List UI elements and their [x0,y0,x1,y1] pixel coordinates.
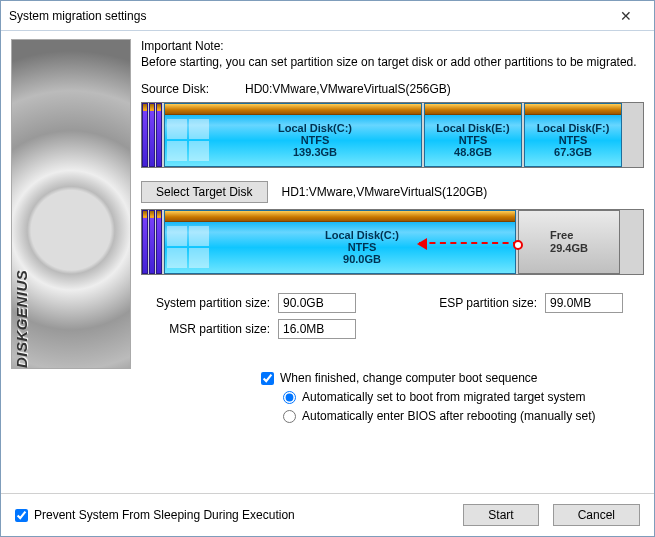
resize-arrow-icon [419,242,519,244]
prevent-sleep-checkbox[interactable] [15,509,28,522]
target-stubs [142,210,162,274]
source-partition-e[interactable]: Local Disk(E:) NTFS 48.8GB [424,103,522,167]
note-title: Important Note: [141,39,644,53]
close-button[interactable]: ✕ [606,4,646,28]
source-partition-f[interactable]: Local Disk(F:) NTFS 67.3GB [524,103,622,167]
main-panel: Important Note: Before starting, you can… [141,39,644,489]
dialog-body: DISKGENIUS Important Note: Before starti… [1,31,654,493]
dialog-footer: Prevent System From Sleeping During Exec… [1,493,654,536]
start-button[interactable]: Start [463,504,538,526]
auto-bios-radio[interactable] [283,410,296,423]
size-fields: System partition size: ESP partition siz… [149,293,644,339]
brand-label: DISKGENIUS [13,270,30,368]
system-size-label: System partition size: [149,296,274,310]
auto-target-radio[interactable] [283,391,296,404]
close-icon: ✕ [620,8,632,24]
source-stubs [142,103,162,167]
source-disk-name: HD0:VMware,VMwareVirtualS(256GB) [245,82,451,96]
target-disk-row: Select Target Disk HD1:VMware,VMwareVirt… [141,181,644,203]
auto-bios-radio-label[interactable]: Automatically enter BIOS after rebooting… [283,407,644,426]
system-size-input[interactable] [278,293,356,313]
auto-target-radio-label[interactable]: Automatically set to boot from migrated … [283,388,644,407]
target-disk-bar: Local Disk(C:) NTFS 90.0GB Free 29.4GB [141,209,644,275]
source-disk-bar: Local Disk(C:) NTFS 139.3GB Local Disk(E… [141,102,644,168]
windows-icon [167,226,209,268]
disk-illustration: DISKGENIUS [11,39,131,369]
titlebar: System migration settings ✕ [1,1,654,31]
cancel-button[interactable]: Cancel [553,504,640,526]
boot-options: When finished, change computer boot sequ… [261,369,644,427]
source-disk-row: Source Disk: HD0:VMware,VMwareVirtualS(2… [141,82,644,96]
target-disk-name: HD1:VMware,VMwareVirtualS(120GB) [282,185,488,199]
window-title: System migration settings [9,9,606,23]
select-target-disk-button[interactable]: Select Target Disk [141,181,268,203]
source-partition-c[interactable]: Local Disk(C:) NTFS 139.3GB [164,103,422,167]
target-free-space[interactable]: Free 29.4GB [518,210,620,274]
change-boot-checkbox-label[interactable]: When finished, change computer boot sequ… [261,369,644,388]
esp-size-label: ESP partition size: [436,296,541,310]
msr-size-input[interactable] [278,319,356,339]
system-migration-window: System migration settings ✕ DISKGENIUS I… [0,0,655,537]
prevent-sleep-label[interactable]: Prevent System From Sleeping During Exec… [15,508,295,522]
change-boot-checkbox[interactable] [261,372,274,385]
note-text: Before starting, you can set partition s… [141,55,644,71]
msr-size-label: MSR partition size: [149,322,274,336]
esp-size-input[interactable] [545,293,623,313]
source-disk-label: Source Disk: [141,82,231,96]
windows-icon [167,119,209,161]
partition-resize-handle[interactable] [517,211,521,273]
